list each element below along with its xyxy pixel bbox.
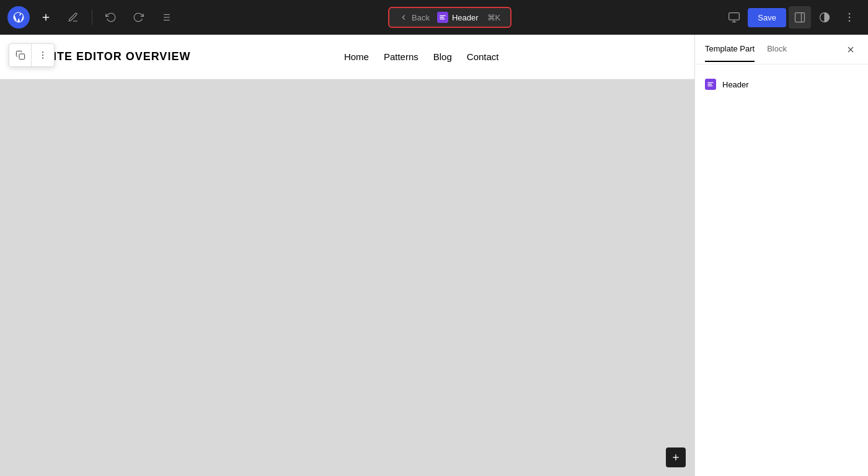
nav-item-home[interactable]: Home (344, 51, 369, 62)
back-label: Back (412, 13, 430, 22)
tools-button[interactable] (62, 6, 84, 29)
list-view-button[interactable] (154, 6, 177, 29)
nav-item-blog[interactable]: Blog (433, 51, 452, 62)
add-block-button[interactable] (666, 447, 686, 467)
header-item-icon (705, 79, 716, 90)
view-options-button[interactable] (723, 6, 745, 29)
canvas-area: GF SITE EDITOR OVERVIEW Home Patterns Bl… (0, 35, 694, 476)
svg-rect-31 (707, 82, 713, 83)
svg-rect-11 (729, 13, 740, 20)
svg-rect-9 (440, 17, 444, 17)
sidebar-toggle-button[interactable] (789, 6, 811, 29)
top-toolbar: Back Header ⌘K (0, 0, 868, 35)
right-sidebar: Template Part Block Header (694, 35, 868, 476)
right-toolbar: Save (723, 6, 861, 29)
tab-block[interactable]: Block (767, 37, 787, 62)
svg-point-21 (42, 51, 43, 53)
redo-button[interactable] (127, 6, 149, 29)
svg-point-18 (849, 17, 851, 19)
site-navigation: Home Patterns Blog Contact (344, 51, 499, 62)
add-block-toolbar-button[interactable] (35, 6, 57, 29)
svg-point-19 (849, 20, 851, 22)
save-button[interactable]: Save (748, 8, 786, 27)
svg-point-22 (42, 55, 43, 56)
list-item[interactable]: Header (695, 72, 868, 97)
block-more-options-button[interactable] (32, 44, 54, 66)
svg-point-34 (850, 81, 851, 82)
social-icons (652, 51, 670, 63)
svg-point-23 (42, 58, 43, 59)
svg-point-35 (850, 84, 851, 85)
sidebar-close-button[interactable] (843, 42, 858, 57)
site-header-preview: GF SITE EDITOR OVERVIEW Home Patterns Bl… (0, 35, 694, 79)
item-label: Header (722, 80, 837, 89)
header-block-icon (437, 12, 448, 23)
svg-point-17 (849, 13, 851, 15)
svg-rect-8 (440, 15, 445, 16)
back-button[interactable]: Back (399, 13, 430, 22)
svg-point-36 (850, 87, 851, 88)
center-nav: Back Header ⌘K (182, 7, 718, 28)
nav-item-contact[interactable]: Contact (467, 51, 499, 62)
more-options-button[interactable] (838, 6, 861, 29)
sidebar-header: Template Part Block (695, 35, 868, 64)
main-area: GF SITE EDITOR OVERVIEW Home Patterns Bl… (0, 35, 868, 476)
sidebar-content: Header (695, 64, 868, 104)
wordpress-logo[interactable] (7, 6, 30, 29)
block-floating-toolbar (9, 43, 55, 67)
contrast-button[interactable] (813, 6, 836, 29)
nav-item-patterns[interactable]: Patterns (384, 51, 418, 62)
tab-template-part[interactable]: Template Part (705, 37, 755, 62)
breadcrumb-title: Header (452, 13, 479, 22)
svg-rect-20 (19, 54, 25, 60)
toolbar-divider-1 (92, 10, 92, 25)
breadcrumb-current: Header ⌘K (437, 12, 500, 23)
undo-button[interactable] (100, 6, 122, 29)
breadcrumb-bar[interactable]: Back Header ⌘K (388, 7, 512, 28)
keyboard-shortcut: ⌘K (487, 13, 501, 22)
duplicate-block-button[interactable] (9, 44, 32, 66)
svg-rect-14 (795, 13, 805, 22)
svg-rect-32 (707, 84, 712, 84)
canvas-inner: GF SITE EDITOR OVERVIEW Home Patterns Bl… (0, 35, 694, 476)
svg-rect-10 (440, 19, 445, 19)
svg-rect-33 (707, 86, 712, 86)
